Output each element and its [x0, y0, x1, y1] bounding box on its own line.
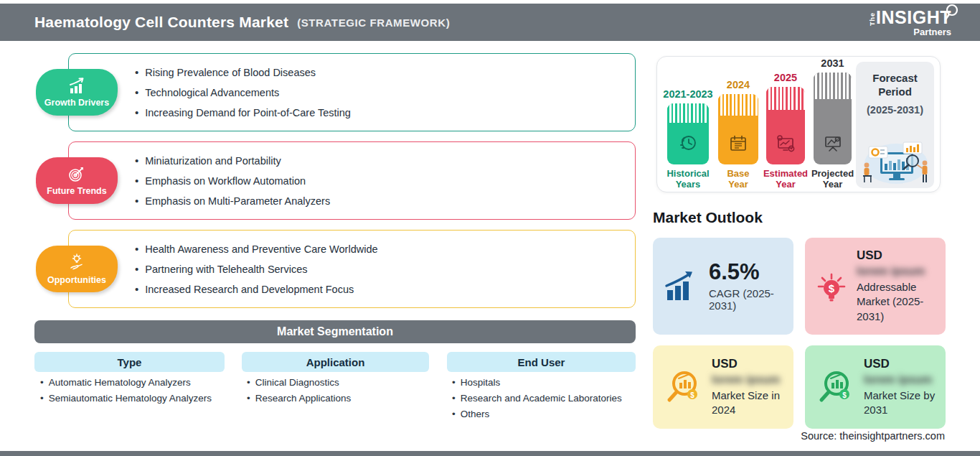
monitor-gear-icon [774, 133, 797, 154]
market-outlook-title: Market Outlook [653, 209, 763, 226]
bulb-dollar-icon: $ [815, 266, 848, 307]
list-item: Rising Prevalence of Blood Diseases [135, 66, 635, 78]
history-clock-icon [677, 131, 699, 154]
market-segmentation-title: Market Segmentation [277, 325, 393, 338]
logo-partners-text: Partners [913, 27, 951, 37]
logo-insight-text: INSIGHT [876, 9, 951, 27]
list-item: Increasing Demand for Point-of-Care Test… [135, 106, 635, 118]
forecast-period-box: ForecastPeriod (2025-2031) [856, 62, 934, 188]
card-label: Market Size in 2024 [712, 388, 785, 418]
bottom-divider-bar [0, 451, 980, 456]
market-segmentation-bar: Market Segmentation [34, 320, 636, 343]
list-item: Increased Research and Development Focus [135, 283, 635, 295]
growth-drivers-label: Growth Drivers [44, 98, 109, 108]
timeline-year: 2021-2023 [661, 88, 715, 100]
list-item: Research Applications [247, 393, 351, 404]
list-item: Emphasis on Multi-Parameter Analyzers [135, 195, 635, 207]
list-item: Partnering with Telehealth Services [135, 263, 635, 275]
calendar-icon [727, 133, 749, 154]
market-size-2024-card: $ USD lorem ipsum Market Size in 2024 [653, 345, 793, 429]
market-size-2031-card: $ USD lorem ipsum Market Size by 2031 [805, 345, 946, 429]
segment-header-enduser: End User [447, 352, 636, 372]
header-bar: Haematology Cell Counters Market (STRATE… [0, 4, 980, 41]
timeline-year: 2024 [718, 79, 758, 90]
segment-header-application: Application [242, 352, 429, 372]
currency-label: USD [712, 357, 785, 371]
timeline-panel: 2021-2023 2024 2025 2031 [656, 56, 941, 192]
future-trends-box: Miniaturization and Portability Emphasis… [68, 141, 636, 220]
growth-drivers-list: Rising Prevalence of Blood Diseases Tech… [69, 54, 635, 131]
cagr-label: CAGR (2025-2031) [709, 287, 785, 312]
list-item: Semiautomatic Hematology Analyzers [40, 393, 212, 404]
future-trends-badge: Future Trends [36, 157, 118, 204]
list-item: Clinical Diagnostics [247, 377, 351, 388]
list-item: Health Awareness and Preventive Care Wor… [135, 243, 635, 255]
blurred-value: lorem ipsum [864, 373, 937, 386]
magnifier-chart-orange-icon: $ [663, 367, 703, 407]
magnifier-chart-green-icon: $ [815, 367, 855, 407]
opportunities-list: Health Awareness and Preventive Care Wor… [69, 231, 635, 307]
timeline-bar-historical [667, 103, 709, 164]
svg-text:$: $ [842, 391, 847, 399]
blurred-value: lorem ipsum [857, 265, 937, 278]
card-label: Market Size by 2031 [864, 388, 937, 418]
future-trends-list: Miniaturization and Portability Emphasis… [69, 142, 635, 219]
timeline-bar-label: HistoricalYears [661, 168, 715, 190]
addressable-market-card: $ USD lorem ipsum Addressable Market (20… [805, 238, 946, 335]
growth-drivers-box: Rising Prevalence of Blood Diseases Tech… [68, 53, 636, 131]
list-item: Emphasis on Workflow Automation [135, 175, 635, 187]
opportunities-label: Opportunities [47, 275, 106, 285]
growth-chart-icon [663, 269, 700, 304]
svg-text:$: $ [829, 282, 835, 294]
source-attribution: Source: theinsightpartners.com [801, 430, 945, 442]
list-item: Others [452, 409, 622, 419]
opportunities-badge: Opportunities [36, 246, 118, 292]
svg-text:$: $ [690, 391, 694, 399]
magnifier-icon [943, 3, 961, 22]
logo-the-text: The [869, 19, 876, 26]
timeline-bar-projected [814, 73, 852, 164]
currency-label: USD [857, 248, 937, 263]
type-list: Automatic Hematology Analyzers Semiautom… [40, 377, 212, 409]
opportunities-box: Health Awareness and Preventive Care Wor… [68, 230, 636, 308]
cagr-value: 6.5% [709, 261, 785, 284]
target-dart-icon [67, 165, 87, 184]
timeline-year: 2031 [814, 57, 852, 69]
list-item: Technological Advancements [135, 86, 635, 98]
list-item: Miniaturization and Portability [135, 154, 635, 167]
growth-drivers-badge: Growth Drivers [36, 69, 118, 116]
infographic-page: Haematology Cell Counters Market (STRATE… [0, 0, 980, 456]
page-title: Haematology Cell Counters Market [34, 14, 288, 31]
timeline-bar-base [718, 94, 758, 164]
blurred-value: lorem ipsum [712, 373, 785, 386]
hand-bulb-icon [67, 253, 87, 273]
page-subtitle: (STRATEGIC FRAMEWORK) [297, 17, 450, 29]
presentation-screen-icon [821, 133, 844, 154]
forecast-period-range: (2025-2031) [856, 104, 934, 116]
currency-label: USD [864, 357, 937, 371]
application-list: Clinical Diagnostics Research Applicatio… [247, 377, 351, 409]
enduser-list: Hospitals Research and Academic Laborato… [452, 377, 622, 424]
analysts-illustration [859, 132, 931, 185]
timeline-bar-estimated [766, 87, 805, 164]
timeline-bar-label: EstimatedYear [760, 168, 811, 190]
forecast-period-title: ForecastPeriod [856, 72, 934, 99]
growth-bars-arrow-icon [67, 77, 87, 96]
future-trends-label: Future Trends [47, 186, 106, 196]
cagr-card: 6.5% CAGR (2025-2031) [653, 238, 793, 335]
list-item: Automatic Hematology Analyzers [40, 377, 212, 388]
segment-header-type: Type [34, 352, 225, 372]
card-label: Addressable Market (2025-2031) [857, 280, 937, 324]
insight-partners-logo: The INSIGHT Partners [869, 9, 951, 37]
list-item: Hospitals [452, 377, 622, 388]
timeline-year: 2025 [766, 72, 805, 83]
timeline-bar-label: BaseYear [712, 168, 764, 190]
list-item: Research and Academic Laboratories [452, 393, 622, 404]
timeline-bar-label: ProjectedYear [808, 168, 857, 190]
